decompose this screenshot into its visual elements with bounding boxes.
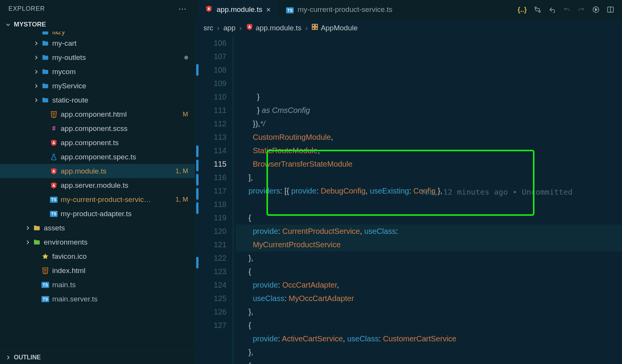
outline-label: OUTLINE [14,354,41,361]
file-tree-item[interactable]: my-outlets [0,50,195,65]
revert-icon[interactable] [548,6,556,13]
file-tree-item[interactable]: index.html [0,263,195,278]
outline-section-header[interactable]: OUTLINE [0,351,195,364]
chevron-right-icon [23,225,32,231]
explorer-title: EXPLORER [8,5,45,12]
chevron-down-icon [5,22,11,27]
file-tree-item[interactable]: នapp.component.scss [0,121,195,136]
crumb-symbol[interactable]: AppModule [311,23,357,32]
file-tree-item[interactable]: TSmain.ts [0,278,195,292]
file-tree: lazymy-cartmy-outletsmycommyServicestati… [0,31,195,351]
file-tree-item[interactable]: environments [0,235,195,249]
svg-rect-6 [313,24,315,26]
file-tree-item[interactable]: app.server.module.ts [0,178,195,192]
file-tree-item[interactable]: lazy [0,31,195,36]
file-tree-item[interactable]: TSmy-product-adapter.ts [0,207,195,221]
module-icon [311,23,318,32]
line-gutter: 1061071081091101111121131141151161171181… [200,36,233,364]
breadcrumb[interactable]: src › app › app.module.ts › AppModule [195,19,622,36]
chevron-right-icon [31,41,41,46]
braces-icon[interactable]: {..} [518,6,527,14]
crumb-src[interactable]: src [203,24,213,32]
editor-tabbar: app.module.ts×TSmy-current-product-servi… [195,0,622,19]
explorer-more-icon[interactable]: ··· [179,4,187,14]
file-tree-item[interactable]: TSmy-current-product-servic…1, M [0,192,195,207]
chevron-right-icon [31,83,41,89]
file-tree-item[interactable]: my-cart [0,36,195,50]
gutter-marks [195,36,200,364]
svg-point-0 [535,7,536,8]
chevron-right-icon [31,98,41,103]
svg-rect-8 [313,27,315,30]
explorer-sidebar: EXPLORER ··· MYSTORE lazymy-cartmy-outle… [0,0,195,364]
workspace-section-header[interactable]: MYSTORE [0,18,195,31]
crumb-file[interactable]: app.module.ts [246,23,301,33]
git-status-badge: M [183,111,188,118]
chevron-right-icon [31,69,41,74]
git-status-badge: 1, M [175,196,188,204]
file-tree-item[interactable]: app.module.ts1, M [0,164,195,178]
crumb-app[interactable]: app [223,24,236,32]
git-lens-annotation: You, 12 minutes ago • Uncommitted [420,185,572,199]
file-tree-item[interactable]: mycom [0,65,195,79]
angular-icon [246,23,253,33]
code-area[interactable]: 1061071081091101111121131141151161171181… [195,36,622,364]
editor-tab[interactable]: TSmy-current-product-service.ts [278,0,400,19]
code-content[interactable]: You, 12 minutes ago • Uncommitted } } as… [233,36,622,364]
editor-tab[interactable]: app.module.ts× [197,0,278,19]
file-tree-item[interactable]: app.component.ts [0,136,195,150]
split-editor-icon[interactable] [607,6,614,13]
file-tree-item[interactable]: myService [0,79,195,93]
chevron-right-icon [31,55,41,60]
git-status-badge: 1, M [175,167,188,175]
svg-point-1 [539,11,540,12]
redo-icon[interactable] [577,6,585,13]
file-tree-item[interactable]: favicon.ico [0,249,195,263]
editor-toolbar: {..} [518,6,620,14]
svg-rect-9 [316,27,318,30]
file-tree-item[interactable]: app.component.spec.ts [0,150,195,164]
undo-icon[interactable] [563,6,571,13]
editor-pane: app.module.ts×TSmy-current-product-servi… [195,0,622,364]
svg-marker-3 [595,8,597,11]
chevron-right-icon [23,240,32,245]
modified-dot-icon [184,56,188,60]
svg-rect-7 [316,24,318,26]
close-icon[interactable]: × [266,5,271,14]
file-tree-item[interactable]: assets [0,221,195,235]
workspace-name: MYSTORE [14,21,46,28]
chevron-right-icon [5,355,11,360]
file-tree-item[interactable]: static-route [0,93,195,107]
file-tree-item[interactable]: app.component.htmlM [0,107,195,121]
run-icon[interactable] [592,6,600,13]
git-compare-icon[interactable] [534,6,541,13]
file-tree-item[interactable]: TSmain.server.ts [0,292,195,306]
